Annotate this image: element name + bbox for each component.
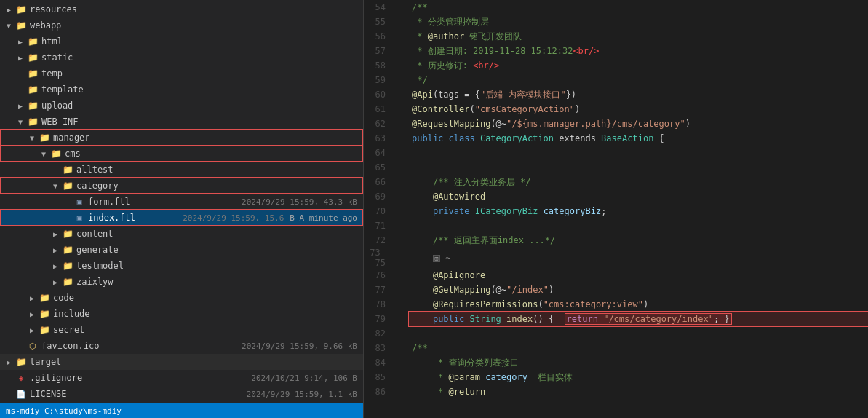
tree-item-content[interactable]: ▶📁content — [0, 226, 363, 242]
gutter-cell — [394, 204, 409, 218]
folder-icon: 📁 — [39, 293, 50, 303]
folder-icon: 📁 — [28, 68, 39, 79]
tree-item-secret[interactable]: ▶📁secret — [0, 322, 363, 338]
file-icon: 📄 — [15, 389, 28, 399]
file-icon: 📁 — [61, 181, 74, 191]
line-content: @Controller("cmsCategoryAction") — [409, 102, 868, 117]
tree-item-index.ftl[interactable]: ▣index.ftl2024/9/29 15:59, 15.6B A minut… — [0, 210, 363, 226]
folder-icon: 📁 — [51, 149, 62, 159]
gutter-cell — [394, 87, 409, 102]
folder-icon: 📁 — [28, 100, 39, 111]
folder-icon: 📁 — [39, 325, 50, 335]
tree-item-cms[interactable]: ▼📁cms — [0, 146, 363, 162]
line-number: 55 — [364, 15, 394, 29]
tree-item-manager[interactable]: ▼📁manager — [0, 130, 363, 146]
tree-item-template[interactable]: 📁template — [0, 82, 363, 98]
tree-item-LICENSE[interactable]: 📄LICENSE2024/9/29 15:59, 1.1 kB — [0, 386, 363, 402]
tree-arrow: ▶ — [3, 6, 15, 14]
file-icon: 📁 — [38, 309, 51, 319]
tree-item-static[interactable]: ▶📁static — [0, 50, 363, 66]
tree-item-.gitignore[interactable]: ◈.gitignore2024/10/21 9:14, 106 B — [0, 370, 363, 386]
item-name: resources — [30, 4, 357, 15]
file-tree[interactable]: ▶📁resources▼📁webapp▶📁html▶📁static📁temp📁t… — [0, 0, 364, 418]
tree-item-favicon.ico[interactable]: ⬡favicon.ico2024/9/29 15:59, 9.66 kB — [0, 338, 363, 354]
line-number: 64 — [364, 146, 394, 160]
file-icon: 📁 — [15, 20, 28, 31]
file-icon: 📁 — [49, 149, 63, 159]
gutter-cell — [394, 248, 409, 268]
line-content: * @return — [409, 385, 868, 399]
item-name: generate — [76, 245, 357, 255]
code-line: 60@Api(tags = {"后端-内容模块接口"}) — [364, 87, 868, 102]
line-number: 57 — [364, 44, 394, 58]
code-editor: 54/**55 * 分类管理控制层56 * @author 铭飞开发团队57 *… — [364, 0, 868, 418]
tree-arrow: ▶ — [15, 102, 26, 110]
line-content: @ApiIgnore — [409, 268, 868, 283]
line-content: @RequestMapping(@~"/${ms.manager.path}/c… — [409, 117, 868, 131]
item-name: code — [53, 293, 357, 303]
line-number: 58 — [364, 58, 394, 73]
tree-arrow: ▶ — [49, 262, 61, 270]
item-name: html — [41, 36, 357, 47]
tree-item-form.ftl[interactable]: ▣form.ftl2024/9/29 15:59, 43.3 kB — [0, 194, 363, 210]
tree-item-testmodel[interactable]: ▶📁testmodel — [0, 258, 363, 274]
code-line: 77 @GetMapping(@~"/index") — [364, 283, 868, 297]
tree-item-category[interactable]: ▼📁category — [0, 178, 363, 194]
tree-item-temp[interactable]: 📁temp — [0, 66, 363, 82]
item-meta2: B A minute ago — [290, 213, 357, 223]
tree-arrow: ▼ — [38, 150, 49, 158]
tree-arrow: ▶ — [49, 246, 61, 254]
item-name: upload — [41, 100, 357, 111]
gutter-cell — [394, 131, 409, 146]
code-line: 69 @Autowired — [364, 189, 868, 204]
tree-arrow: ▼ — [3, 22, 15, 30]
item-name: WEB-INF — [41, 117, 357, 127]
tree-item-generate[interactable]: ▶📁generate — [0, 242, 363, 258]
tree-arrow: ▼ — [15, 118, 26, 126]
code-line: 72 /** 返回主界面index ...*/ — [364, 233, 868, 248]
tree-item-upload[interactable]: ▶📁upload — [0, 98, 363, 114]
line-number: 78 — [364, 297, 394, 312]
code-line: 64 — [364, 146, 868, 160]
line-content: private ICategoryBiz categoryBiz; — [409, 204, 868, 218]
code-line: 58 * 历史修订: <br/> — [364, 58, 868, 73]
gutter-cell — [394, 15, 409, 29]
line-number: 65 — [364, 160, 394, 175]
tree-item-target[interactable]: ▶📁target — [0, 354, 363, 370]
folder-icon: 📁 — [63, 229, 73, 239]
line-number: 71 — [364, 218, 394, 233]
file-icon: 📁 — [61, 229, 74, 239]
line-content: @RequiresPermissions("cms:category:view"… — [409, 297, 868, 312]
tree-item-html[interactable]: ▶📁html — [0, 33, 363, 50]
item-name: index.ftl — [88, 213, 177, 223]
item-name: LICENSE — [30, 389, 241, 399]
tree-item-include[interactable]: ▶📁include — [0, 306, 363, 322]
file-icon: 📁 — [26, 100, 39, 111]
file-icon: 📁 — [26, 68, 39, 79]
file-icon: 📁 — [61, 245, 74, 255]
tree-item-code[interactable]: ▶📁code — [0, 290, 363, 306]
tree-item-alltest[interactable]: 📁alltest — [0, 162, 363, 178]
code-line: 61@Controller("cmsCategoryAction") — [364, 102, 868, 117]
line-content: * @param category 栏目实体 — [409, 370, 868, 385]
line-number: 61 — [364, 102, 394, 117]
folder-icon: 📁 — [16, 357, 27, 367]
folder-icon: 📁 — [63, 245, 73, 255]
tree-item-zaixlyw[interactable]: ▶📁zaixlyw — [0, 274, 363, 290]
line-content: ⊞ ~ — [409, 248, 868, 268]
file-icon: ◈ — [15, 373, 28, 383]
line-number: 84 — [364, 355, 394, 370]
tree-item-resources[interactable]: ▶📁resources — [0, 1, 363, 17]
line-number: 70 — [364, 204, 394, 218]
gutter-cell — [394, 218, 409, 233]
code-line: 70 private ICategoryBiz categoryBiz; — [364, 204, 868, 218]
item-name: zaixlyw — [76, 277, 357, 287]
file-icon: ⬡ — [26, 341, 39, 351]
file-icon: 📁 — [26, 36, 39, 47]
line-number: 54 — [364, 0, 394, 15]
line-number: 83 — [364, 341, 394, 355]
gutter-cell — [394, 385, 409, 399]
tree-item-webapp[interactable]: ▼📁webapp — [0, 17, 363, 33]
item-name: category — [76, 181, 357, 191]
tree-item-WEB-INF[interactable]: ▼📁WEB-INF — [0, 114, 363, 130]
